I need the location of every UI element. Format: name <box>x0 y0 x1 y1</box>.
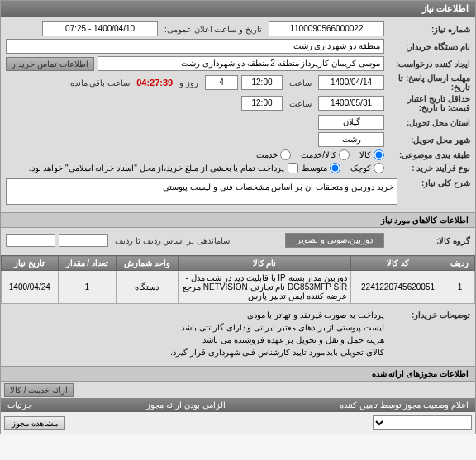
radio-medium-label: متوسط <box>302 164 327 173</box>
radio-goods-label: کالا <box>359 150 371 159</box>
cell-qty: 1 <box>58 271 116 304</box>
radio-goods-service-label: کالا/خدمت <box>301 150 336 159</box>
validity-date-field: 1400/05/31 <box>318 96 384 111</box>
process-type-label: نوع فرآیند خرید : <box>388 164 470 173</box>
radio-small-input[interactable] <box>374 163 384 173</box>
summary-label: شرح کلی نیاز: <box>401 178 470 187</box>
note-line-2: لیست پیوستی از برندهای معتبر ایرانی و دا… <box>6 321 384 334</box>
cell-row: 1 <box>445 271 474 304</box>
summary-field: خرید دوربین و متعلقات آن بر اساس مشخصات … <box>6 178 397 205</box>
note-line-4: کالای تحویلی باید مورد تایید کارشناس فنی… <box>6 346 384 358</box>
radio-goods[interactable]: کالا <box>359 149 384 160</box>
th-qty: تعداد / مقدار <box>58 256 116 271</box>
group-field: دوربین،صوتی و تصویر <box>285 233 384 248</box>
deadline-date-field: 1400/04/14 <box>318 75 384 90</box>
sort-to[interactable] <box>6 234 55 247</box>
radio-service-label: خدمت <box>256 150 278 159</box>
cell-date: 1400/04/24 <box>2 271 59 304</box>
payment-checkbox[interactable] <box>288 163 298 173</box>
announce-field: 1400/04/10 - 07:25 <box>42 21 158 36</box>
sort-from[interactable] <box>59 234 108 247</box>
creator-field: موسی کریمان کارپرداز منطقه 2 منطقه دو شه… <box>98 56 384 71</box>
remaining-label: ساعت باقی مانده <box>67 78 134 88</box>
radio-goods-service[interactable]: کالا/خدمت <box>301 149 350 160</box>
contact-link[interactable]: اطلاعات تماس خریدار <box>6 57 94 71</box>
classification-label: طبقه بندی موضوعی: <box>388 150 470 159</box>
cell-code: 2241220745620051 <box>351 271 445 304</box>
city-label: شهر محل تحویل: <box>388 135 470 145</box>
th-row: ردیف <box>445 256 474 271</box>
deadline-time-field: 12:00 <box>241 75 283 90</box>
validity-label: حداقل تاریخ اعتبار قیمت: تا تاریخ: <box>388 94 470 112</box>
radio-service-input[interactable] <box>280 149 291 160</box>
radio-service[interactable]: خدمت <box>256 149 291 160</box>
mandatory-label: الزامی بودن ارائه مجوز <box>146 401 225 410</box>
deadline-label: مهلت ارسال پاسخ: تا تاریخ: <box>388 74 470 92</box>
need-no-field: 1100090566000022 <box>269 21 384 36</box>
radio-medium-input[interactable] <box>330 163 340 173</box>
note-line-3: هزینه حمل و نقل و تحویل بر عهده فروشنده … <box>6 334 384 346</box>
status-select[interactable] <box>373 415 472 430</box>
th-code: کد کالا <box>351 256 445 271</box>
tab-goods-service[interactable]: ارائه خدمت / کالا <box>4 383 74 397</box>
permits-section-title: اطلاعات مجوزهای ارائه شده <box>1 366 475 382</box>
payment-note: پرداخت تمام یا بخشی از مبلغ خرید،از محل … <box>29 164 284 173</box>
radio-medium[interactable]: متوسط <box>302 163 340 173</box>
days-label: روز و <box>176 78 202 88</box>
cell-name: دوربین مدار بسته IP با قابلیت دید در شب … <box>178 271 351 304</box>
table-row: 1 2241220745620051 دوربین مدار بسته IP ب… <box>2 271 475 304</box>
province-label: استان محل تحویل: <box>388 118 470 127</box>
th-unit: واحد شمارش <box>116 256 178 271</box>
th-name: نام کالا <box>178 256 351 271</box>
radio-small-label: کوچک <box>350 164 371 173</box>
city-field: رشت <box>318 132 384 147</box>
validity-time-field: 12:00 <box>241 96 283 111</box>
province-field: گیلان <box>318 115 384 130</box>
group-label: گروه کالا: <box>388 236 470 245</box>
time-label-2: ساعت <box>286 99 315 108</box>
countdown: 04:27:39 <box>136 78 173 88</box>
sort-label: ساماندهی بر اساس ردیف تا ردیف <box>112 236 233 245</box>
th-date: تاریخ نیاز <box>2 256 59 271</box>
radio-small[interactable]: کوچک <box>350 163 384 173</box>
buyer-notes-label: توضیحات خریدار: <box>388 309 470 321</box>
note-line-1: پرداخت به صورت غیرنقد و تهاتر با مودی <box>6 309 384 321</box>
time-label-1: ساعت <box>286 78 315 88</box>
days-left-field: 4 <box>205 75 238 90</box>
items-table: ردیف کد کالا نام کالا واحد شمارش تعداد /… <box>1 255 475 304</box>
cell-unit: دستگاه <box>116 271 178 304</box>
creator-label: ایجاد کننده درخواست: <box>388 59 470 69</box>
buyer-org-label: نام دستگاه خریدار: <box>388 42 470 51</box>
view-permit-button[interactable]: مشاهده مجوز <box>4 416 65 430</box>
announce-label: تاریخ و ساعت اعلان عمومی: <box>161 25 265 34</box>
radio-goods-service-input[interactable] <box>339 149 350 160</box>
details-label: جزئیات <box>7 401 32 410</box>
items-section-title: اطلاعات کالاهای مورد نیاز <box>1 212 475 228</box>
need-no-label: شماره نیاز: <box>388 25 470 34</box>
radio-goods-input[interactable] <box>374 149 384 160</box>
panel-title: اطلاعات نیاز <box>1 1 475 17</box>
buyer-org-field: منطقه دو شهرداری رشت <box>6 39 384 54</box>
status-title: اعلام وضعیت مجوز توسط تامین کننده <box>340 401 469 410</box>
